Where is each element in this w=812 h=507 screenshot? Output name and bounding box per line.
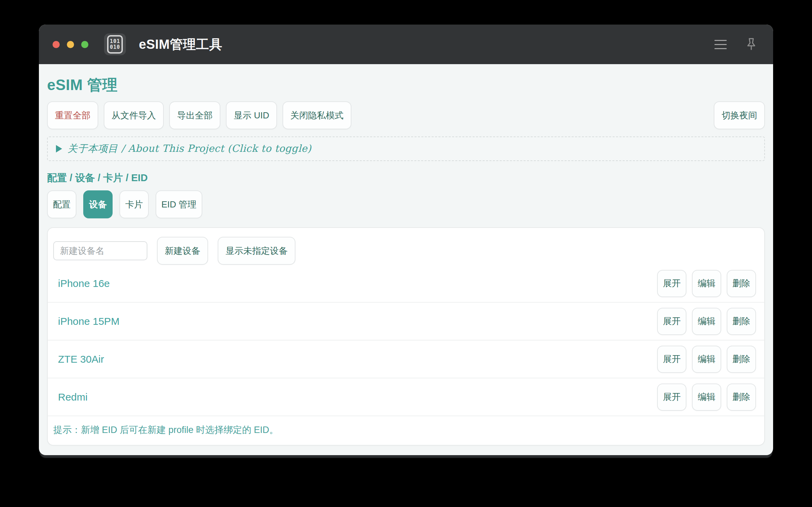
disclosure-triangle-icon [56,145,62,153]
section-title: 配置 / 设备 / 卡片 / EID [47,171,765,185]
device-row: Redmi 展开 编辑 删除 [48,378,764,416]
device-name: iPhone 16e [58,278,110,289]
device-row: iPhone 15PM 展开 编辑 删除 [48,303,764,341]
device-row-actions: 展开 编辑 删除 [657,383,756,411]
delete-button[interactable]: 删除 [727,270,756,297]
device-panel-toolbar: 新建设备 显示未指定设备 [48,237,764,265]
page-title: eSIM 管理 [47,75,765,95]
tab-cards[interactable]: 卡片 [119,190,149,218]
expand-button[interactable]: 展开 [657,383,686,411]
delete-button[interactable]: 删除 [727,383,756,411]
menu-icon[interactable] [714,40,727,49]
window-title: eSIM管理工具 [139,36,222,53]
about-toggle-label: 关于本项目 / About This Project (Click to tog… [68,142,311,156]
main-content: eSIM 管理 重置全部 从文件导入 导出全部 显示 UID 关闭隐私模式 切换… [39,64,773,446]
device-name: iPhone 15PM [58,316,119,327]
close-window-button[interactable] [53,41,60,48]
app-icon-glyph-top: 101 [110,39,120,44]
tab-config[interactable]: 配置 [47,190,76,218]
create-device-button[interactable]: 新建设备 [157,237,208,265]
device-name: Redmi [58,391,88,403]
app-window: 101 010 eSIM管理工具 eSIM 管理 重置全部 从文件导入 导出全部… [39,25,773,455]
zoom-window-button[interactable] [81,41,88,48]
delete-button[interactable]: 删除 [727,346,756,373]
device-row: ZTE 30Air 展开 编辑 删除 [48,341,764,378]
device-row-actions: 展开 编辑 删除 [657,346,756,373]
desktop-background: { "window": { "title": "eSIM管理工具", "app_… [0,0,812,507]
tab-eid-management[interactable]: EID 管理 [156,190,202,218]
new-device-name-input[interactable] [53,241,147,260]
device-row-actions: 展开 编辑 删除 [657,308,756,335]
edit-button[interactable]: 编辑 [692,270,721,297]
device-name: ZTE 30Air [58,353,104,365]
reset-all-button[interactable]: 重置全部 [47,101,98,129]
show-uid-button[interactable]: 显示 UID [226,101,277,129]
binary-chip-icon: 101 010 [107,35,123,54]
app-icon: 101 010 [104,33,126,55]
about-toggle[interactable]: 关于本项目 / About This Project (Click to tog… [47,136,765,161]
toolbar: 重置全部 从文件导入 导出全部 显示 UID 关闭隐私模式 切换夜间 [47,101,765,129]
device-row-actions: 展开 编辑 删除 [657,270,756,297]
hint-text: 提示：新增 EID 后可在新建 profile 时选择绑定的 EID。 [48,416,764,445]
show-unassigned-devices-button[interactable]: 显示未指定设备 [218,237,295,265]
edit-button[interactable]: 编辑 [692,308,721,335]
tab-devices[interactable]: 设备 [83,190,113,218]
device-row: iPhone 16e 展开 编辑 删除 [48,265,764,303]
privacy-mode-button[interactable]: 关闭隐私模式 [282,101,351,129]
minimize-window-button[interactable] [67,41,74,48]
titlebar-actions [714,37,758,52]
export-all-button[interactable]: 导出全部 [169,101,220,129]
titlebar[interactable]: 101 010 eSIM管理工具 [39,25,773,64]
pin-icon[interactable] [744,37,758,52]
edit-button[interactable]: 编辑 [692,346,721,373]
app-icon-glyph-bottom: 010 [110,44,120,50]
expand-button[interactable]: 展开 [657,308,686,335]
window-controls [53,41,88,48]
delete-button[interactable]: 删除 [727,308,756,335]
toggle-night-button[interactable]: 切换夜间 [714,101,765,129]
tab-bar: 配置 设备 卡片 EID 管理 [47,190,765,218]
expand-button[interactable]: 展开 [657,346,686,373]
expand-button[interactable]: 展开 [657,270,686,297]
device-panel: 新建设备 显示未指定设备 iPhone 16e 展开 编辑 删除 iPhone … [47,227,765,446]
import-from-file-button[interactable]: 从文件导入 [104,101,164,129]
edit-button[interactable]: 编辑 [692,383,721,411]
